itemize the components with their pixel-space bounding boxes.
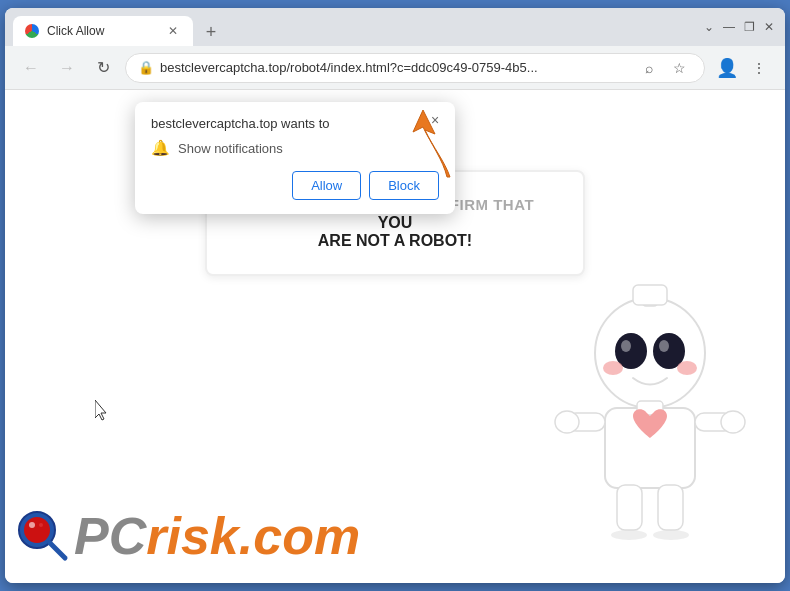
svg-point-20 [24,517,50,543]
allow-button[interactable]: Allow [292,171,361,200]
profile-icon[interactable]: 👤 [713,54,741,82]
search-icon[interactable]: ⌕ [636,55,662,81]
close-button[interactable]: ✕ [761,19,777,35]
menu-icon[interactable]: ⋮ [745,54,773,82]
captcha-bold-text: YOU [378,214,413,231]
pcrisk-orange-text: risk.com [146,507,360,565]
pcrisk-magnifier-icon [15,508,70,563]
svg-point-0 [595,298,705,408]
chevron-down-icon[interactable]: ⌄ [701,19,717,35]
svg-rect-2 [633,285,667,305]
arrow-indicator [395,102,465,196]
bell-icon: 🔔 [151,139,170,157]
url-actions: ⌕ ☆ [636,55,692,81]
tab-area: Click Allow ✕ + [13,8,697,46]
active-tab[interactable]: Click Allow ✕ [13,16,193,46]
url-bar[interactable]: 🔒 bestclevercaptcha.top/robot4/index.htm… [125,53,705,83]
svg-rect-15 [617,485,642,530]
svg-point-7 [603,361,623,375]
svg-point-13 [555,411,579,433]
minimize-button[interactable]: — [721,19,737,35]
svg-point-6 [659,340,669,352]
tab-favicon [25,24,39,38]
svg-line-23 [50,543,65,558]
content-area: × bestclevercaptcha.top wants to 🔔 Show … [5,90,785,583]
back-button[interactable]: ← [17,54,45,82]
browser-window: Click Allow ✕ + ⌄ — ❐ ✕ ← → ↻ 🔒 bestclev… [5,8,785,583]
title-bar: Click Allow ✕ + ⌄ — ❐ ✕ [5,8,785,46]
popup-permission-text: Show notifications [178,141,283,156]
restore-button[interactable]: ❐ [741,19,757,35]
svg-point-22 [39,523,43,527]
reload-button[interactable]: ↻ [89,54,117,82]
toolbar-actions: 👤 ⋮ [713,54,773,82]
svg-point-5 [621,340,631,352]
svg-point-18 [653,530,689,540]
svg-rect-16 [658,485,683,530]
arrow-svg [395,102,465,192]
forward-button[interactable]: → [53,54,81,82]
robot-area [545,283,755,543]
address-bar: ← → ↻ 🔒 bestclevercaptcha.top/robot4/ind… [5,46,785,90]
cursor [95,400,111,422]
pcrisk-text: PCrisk.com [74,510,360,562]
svg-point-14 [721,411,745,433]
new-tab-button[interactable]: + [197,18,225,46]
window-controls: — ❐ ✕ [721,19,777,35]
tab-close-button[interactable]: ✕ [165,23,181,39]
lock-icon: 🔒 [138,60,154,75]
url-text: bestclevercaptcha.top/robot4/index.html?… [160,60,630,75]
extra-icons: ⌄ [697,19,721,35]
tab-title: Click Allow [47,24,157,38]
robot-svg [545,283,755,563]
svg-point-21 [29,522,35,528]
pcrisk-logo: PCrisk.com [15,508,360,563]
svg-point-17 [611,530,647,540]
captcha-line2: ARE NOT A ROBOT! [239,232,551,250]
svg-point-8 [677,361,697,375]
bookmark-star-icon[interactable]: ☆ [666,55,692,81]
